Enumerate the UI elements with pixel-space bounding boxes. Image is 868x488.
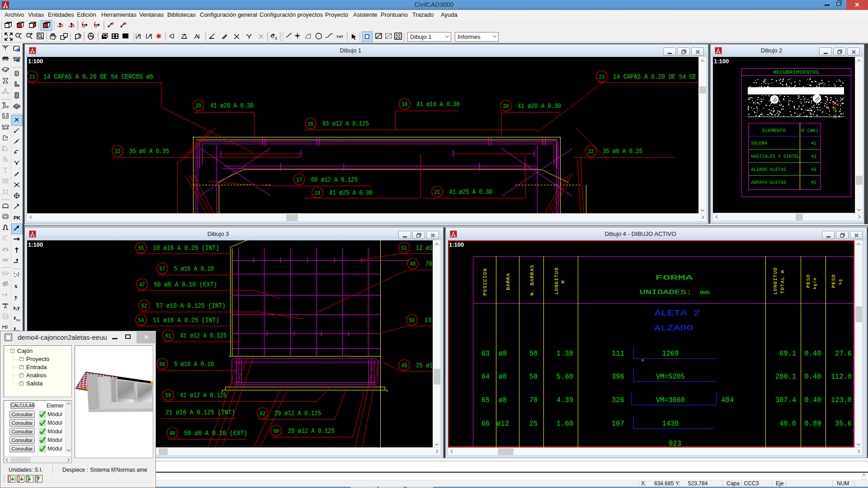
svg-text:50 ø8 A 0.10 (EXT): 50 ø8 A 0.10 (EXT) (184, 430, 247, 437)
svg-text:41: 41 (811, 180, 816, 185)
svg-text:17: 17 (297, 177, 302, 183)
svg-text:55: 55 (138, 245, 144, 252)
svg-text:23: 23 (29, 74, 35, 80)
svg-text:59: 59 (165, 392, 171, 399)
svg-text:ALETA 2: ALETA 2 (655, 309, 700, 318)
svg-text:?: ? (271, 33, 274, 40)
svg-text:21 ø16 A 0.125 (INT): 21 ø16 A 0.125 (INT) (165, 409, 235, 416)
svg-text:HASTIALES Y DINTEL: HASTIALES Y DINTEL (751, 154, 800, 159)
svg-text:14 CAPAS A 0.20 DE 54 CE: 14 CAPAS A 0.20 DE 54 CE (613, 73, 696, 80)
svg-text:VM=5205: VM=5205 (656, 372, 685, 381)
svg-text:ø8: ø8 (499, 396, 507, 404)
svg-text:61: 61 (165, 333, 171, 339)
svg-text:FORMA: FORMA (656, 274, 693, 282)
svg-text:49: 49 (401, 362, 407, 369)
svg-text:22: 22 (115, 148, 121, 155)
svg-text:62: 62 (260, 410, 266, 417)
svg-text:18: 18 (402, 101, 408, 108)
svg-text:41: 41 (811, 154, 816, 159)
svg-text:1269: 1269 (662, 349, 679, 358)
svg-text:52: 52 (142, 303, 147, 310)
svg-text:ALZADO: ALZADO (654, 324, 693, 333)
svg-text:PK: PK (14, 215, 20, 221)
svg-text:64: 64 (481, 372, 490, 381)
svg-text:tra: tra (16, 319, 20, 322)
svg-text:70: 70 (425, 260, 432, 267)
svg-text:326: 326 (612, 396, 624, 404)
svg-text:307.4: 307.4 (775, 396, 796, 404)
svg-text:23: 23 (599, 74, 605, 80)
svg-text:ALZADO ALETAS: ALZADO ALETAS (751, 167, 786, 172)
svg-text:35 ø6 A 0.35: 35 ø6 A 0.35 (603, 148, 642, 155)
svg-text:x: x (275, 36, 277, 41)
svg-text:PESO: PESO (806, 274, 811, 288)
svg-text:12 ø1: 12 ø1 (416, 244, 433, 252)
svg-text:d: d (18, 273, 19, 276)
svg-text:SOLERA: SOLERA (751, 141, 767, 146)
svg-text:16: 16 (308, 121, 314, 127)
svg-text:35 ø6 A 0.35: 35 ø6 A 0.35 (129, 148, 169, 155)
svg-text:0.40: 0.40 (805, 349, 821, 358)
svg-text:0.40: 0.40 (805, 396, 821, 404)
svg-text:63: 63 (481, 349, 490, 358)
svg-text:x,y: x,y (13, 305, 20, 311)
svg-text:ø8: ø8 (499, 349, 507, 358)
svg-text:PESO: PESO (831, 274, 836, 288)
svg-text:14 CAPAS A 0.20 DE 54 CERCOS: 14 CAPAS A 0.20 DE 54 CERCOS ø6 (43, 73, 153, 80)
svg-text:167: 167 (612, 419, 624, 428)
svg-text:47: 47 (139, 282, 145, 288)
svg-text:ELEMENTO: ELEMENTO (762, 127, 786, 133)
svg-text:57 ø10 A 0.125 (INT): 57 ø10 A 0.125 (INT) (156, 302, 226, 310)
svg-text:123.0: 123.0 (831, 396, 852, 404)
svg-text:BARRA: BARRA (505, 273, 511, 290)
svg-text:41 ø16 A 0.30: 41 ø16 A 0.30 (416, 101, 460, 108)
svg-text:r: r (17, 60, 18, 62)
svg-text:404: 404 (721, 396, 734, 404)
svg-text:54: 54 (138, 317, 144, 324)
svg-text:48: 48 (410, 261, 416, 267)
svg-text:396: 396 (612, 372, 624, 381)
svg-text:280.1: 280.1 (775, 372, 796, 381)
svg-text:27.6: 27.6 (835, 349, 852, 358)
svg-text:1.60: 1.60 (557, 419, 573, 428)
svg-text:0.40: 0.40 (805, 372, 821, 381)
svg-text:TXT: TXT (336, 35, 343, 39)
svg-text:11 ø16 A 0.25 (INT): 11 ø16 A 0.25 (INT) (153, 317, 219, 324)
svg-text:51: 51 (401, 245, 407, 252)
svg-text:41 ø12 A 0.125: 41 ø12 A 0.125 (180, 392, 226, 399)
svg-text:923: 923 (669, 439, 681, 447)
svg-text:60: 60 (274, 428, 279, 435)
svg-text:22: 22 (588, 148, 594, 155)
svg-text:POSICION: POSICION (482, 268, 488, 296)
svg-text:93 ø12 A 0.125: 93 ø12 A 0.125 (322, 120, 369, 127)
svg-text:19: 19 (315, 190, 321, 197)
svg-text:41 ø20 A 0.30: 41 ø20 A 0.30 (210, 102, 254, 109)
svg-text:m: m (560, 280, 566, 283)
svg-text:5.60: 5.60 (557, 372, 573, 381)
svg-text:41: 41 (811, 167, 816, 172)
svg-text:41 ø25 A 0.30: 41 ø25 A 0.30 (329, 189, 373, 197)
svg-text:46: 46 (170, 430, 175, 437)
svg-text:112.0: 112.0 (831, 372, 852, 381)
svg-text:21: 21 (434, 189, 440, 196)
svg-text:56: 56 (160, 361, 165, 368)
svg-text:57: 57 (160, 266, 165, 272)
svg-text:TOTAL m: TOTAL m (780, 270, 785, 294)
svg-text:50: 50 (529, 372, 538, 381)
svg-text:50: 50 (409, 317, 415, 324)
svg-text:N. BARRAS: N. BARRAS (529, 265, 535, 296)
svg-text:VM=3660: VM=3660 (656, 396, 685, 404)
svg-text:25 ø1: 25 ø1 (416, 362, 433, 369)
svg-text:x: x (14, 282, 18, 289)
svg-text:ø12: ø12 (496, 419, 509, 428)
svg-text:13: 13 (425, 317, 431, 324)
svg-text:ø8: ø8 (499, 372, 507, 381)
svg-text:10 ø16 A 0.25 (INT): 10 ø16 A 0.25 (INT) (153, 244, 219, 252)
svg-text:y: y (14, 293, 18, 300)
svg-text:LONGITUD: LONGITUD (773, 267, 778, 295)
svg-text:mm: mm (700, 289, 710, 296)
svg-text:R: R (833, 106, 836, 112)
svg-text:UNIDADES:: UNIDADES: (640, 289, 692, 296)
svg-text:ZAPATA ALETAS: ZAPATA ALETAS (751, 180, 786, 185)
svg-text:41 ø12 A 0.125: 41 ø12 A 0.125 (180, 332, 226, 339)
